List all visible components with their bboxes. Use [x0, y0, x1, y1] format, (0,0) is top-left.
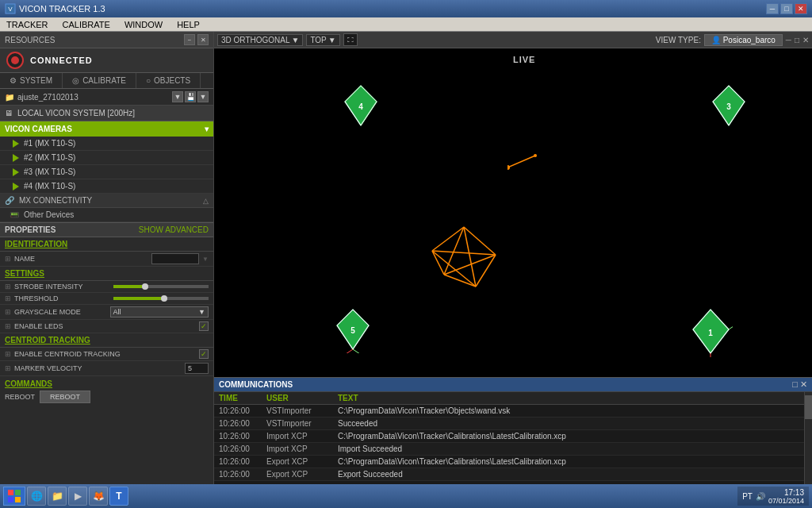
comms-cell-time: 10:26:00 [219, 432, 266, 441]
comms-cell-user: Import XCP [266, 432, 338, 441]
posicao-button[interactable]: 👤 Posicao_barco [704, 34, 783, 46]
start-button[interactable] [3, 487, 25, 506]
properties-panel: PROPERTIES SHOW ADVANCED IDENTIFICATION … [0, 222, 213, 508]
taskbar-firefox-icon[interactable]: 🦊 [89, 487, 108, 506]
comms-cell-user: Export XCP [266, 470, 338, 479]
cameras-arrow: ▾ [205, 125, 209, 133]
strobe-slider[interactable] [113, 285, 209, 288]
comms-row: 10:26:00 VSTImporter Succeeded [214, 418, 804, 430]
camera-item-1[interactable]: #1 (MX T10-S) [0, 137, 213, 151]
local-system-header: 🖥 LOCAL VICON SYSTEM [200Hz] [0, 106, 213, 121]
comms-scroll-thumb[interactable] [805, 395, 812, 419]
play-icon-1 [13, 140, 19, 148]
menu-calibrate[interactable]: CALIBRATE [59, 19, 113, 30]
camera-item-3[interactable]: #3 (MX T10-S) [0, 165, 213, 179]
col-user: USER [266, 394, 338, 402]
centroid-section: CENTROID TRACKING [0, 333, 213, 348]
object-wireframe [428, 223, 500, 294]
tab-calibrate[interactable]: ◎ CALIBRATE [63, 73, 136, 88]
comms-close[interactable]: ✕ [800, 379, 807, 390]
comms-cell-text: C:\ProgramData\Vicon\Tracker\Objects\wan… [338, 406, 799, 415]
velocity-icon: ⊞ [5, 364, 11, 372]
enable-centroid-checkbox[interactable] [199, 349, 209, 359]
taskbar-ie-icon[interactable]: 🌐 [27, 487, 46, 506]
comms-cell-time: 10:26:00 [219, 457, 266, 466]
velocity-label: MARKER VELOCITY [14, 364, 182, 372]
menu-tracker[interactable]: TRACKER [3, 19, 52, 30]
window-controls: ─ □ ✕ [766, 3, 807, 14]
minimize-button[interactable]: ─ [766, 3, 779, 14]
view-type-label: 3D ORTHOGONAL [221, 36, 290, 44]
file-save[interactable]: 💾 [185, 91, 196, 102]
velocity-input[interactable] [185, 363, 209, 374]
tab-system[interactable]: ⚙ SYSTEM [0, 73, 63, 88]
viewport-expand[interactable]: ⛶ [343, 33, 358, 46]
comms-maximize[interactable]: □ [792, 379, 798, 390]
enable-leds-checkbox[interactable] [199, 321, 209, 331]
identification-section: IDENTIFICATION [0, 237, 213, 252]
connected-label: CONNECTED [30, 56, 93, 65]
taskbar-tray: PT 🔊 17:13 07/01/2014 [737, 487, 809, 506]
threshold-slider[interactable] [113, 297, 209, 300]
resources-minimize[interactable]: − [184, 34, 195, 45]
strobe-label: STROBE INTENSITY [14, 283, 110, 291]
tab-bar: ⚙ SYSTEM ◎ CALIBRATE ○ OBJECTS [0, 73, 213, 89]
filename: ajuste_27102013 [17, 93, 79, 102]
comms-cell-user: Import XCP [266, 444, 338, 453]
file-dropdown[interactable]: ▼ [172, 91, 183, 102]
show-advanced-button[interactable]: SHOW ADVANCED [139, 225, 209, 234]
centroid-icon: ⊞ [5, 350, 11, 358]
comms-cell-text: Import Succeeded [338, 444, 799, 453]
properties-title: PROPERTIES [5, 225, 56, 234]
view-type-dropdown[interactable]: 3D ORTHOGONAL ▼ [217, 34, 303, 46]
svg-text:V: V [8, 6, 13, 13]
comms-cell-time: 10:26:00 [219, 444, 266, 453]
resources-close[interactable]: ✕ [197, 34, 209, 45]
view-ctrl-2[interactable]: □ [795, 36, 799, 44]
comms-cell-text: C:\ProgramData\Vicon\Tracker\Calibration… [338, 457, 799, 466]
taskbar-media-icon[interactable]: ▶ [68, 487, 87, 506]
comms-cell-text: C:\ProgramData\Vicon\Tracker\Calibration… [338, 432, 799, 441]
view-angle-dropdown[interactable]: TOP ▼ [306, 34, 339, 46]
mx-connectivity-section[interactable]: 🔗 MX CONNECTIVITY △ [0, 194, 213, 208]
camera-item-4[interactable]: #4 (MX T10-S) [0, 179, 213, 194]
taskbar-app-icon[interactable]: T [109, 487, 128, 506]
comms-title: COMMUNICATIONS [219, 380, 293, 389]
reboot-button[interactable]: REBOOT [40, 391, 90, 403]
view-angle-arrow: ▼ [328, 36, 336, 44]
name-input[interactable] [151, 253, 199, 264]
close-button[interactable]: ✕ [795, 3, 807, 14]
grayscale-row: ⊞ GRAYSCALE MODE All ▼ [0, 305, 213, 320]
comms-row: 10:26:00 Export XCP Export Succeeded [214, 468, 804, 481]
file-options[interactable]: ▼ [197, 91, 209, 102]
vicon-cameras-section[interactable]: VICON CAMERAS ▾ [0, 121, 213, 137]
camera-item-2[interactable]: #2 (MX T10-S) [0, 151, 213, 165]
marker-velocity-row: ⊞ MARKER VELOCITY [0, 361, 213, 376]
cameras-label: VICON CAMERAS [5, 125, 72, 133]
tab-objects[interactable]: ○ OBJECTS [136, 73, 201, 88]
menu-window[interactable]: WINDOW [121, 19, 166, 30]
view-ctrl-1[interactable]: ─ [786, 36, 791, 44]
menu-help[interactable]: HELP [174, 19, 203, 30]
taskbar-folder-icon[interactable]: 📁 [48, 487, 67, 506]
camera-label-3: #3 (MX T10-S) [24, 167, 75, 176]
name-expand-icon: ▼ [202, 256, 209, 263]
comms-cell-user: VSTImporter [266, 406, 338, 415]
grayscale-select[interactable]: All ▼ [110, 306, 209, 318]
3d-viewport[interactable]: LIVE 4 3 [214, 48, 812, 377]
other-devices-item[interactable]: 📟 Other Devices [0, 208, 213, 222]
view-ctrl-3[interactable]: ✕ [802, 36, 809, 44]
centroid-label: ENABLE CENTROID TRACKING [14, 350, 196, 358]
comms-row: 10:26:00 Import XCP Import Succeeded [214, 443, 804, 456]
view-type-right: VIEW TYPE: 👤 Posicao_barco ─ □ ✕ [656, 34, 809, 46]
maximize-button[interactable]: □ [780, 3, 793, 14]
enable-centroid-row: ⊞ ENABLE CENTROID TRACKING [0, 348, 213, 361]
calibrate-icon: ◎ [72, 76, 79, 85]
tray-lang: PT [742, 492, 753, 501]
mx-icon: 🔗 [5, 196, 14, 205]
name-label: NAME [14, 255, 148, 263]
comms-row: 10:26:00 Export XCP C:\ProgramData\Vicon… [214, 456, 804, 468]
object-diamond-1: 4 [341, 82, 381, 129]
svg-line-28 [432, 251, 496, 255]
strobe-icon: ⊞ [5, 283, 11, 291]
